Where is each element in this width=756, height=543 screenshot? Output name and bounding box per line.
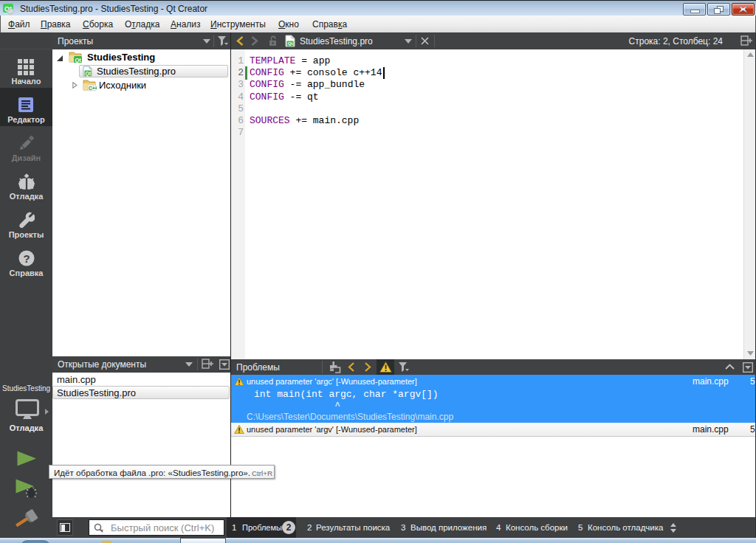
svg-text:C++: C++ [89,86,97,91]
svg-text:Qt: Qt [86,71,92,77]
svg-text:?: ? [23,252,30,265]
svg-text:Qt: Qt [288,41,293,46]
svg-text:Qt: Qt [75,57,82,63]
